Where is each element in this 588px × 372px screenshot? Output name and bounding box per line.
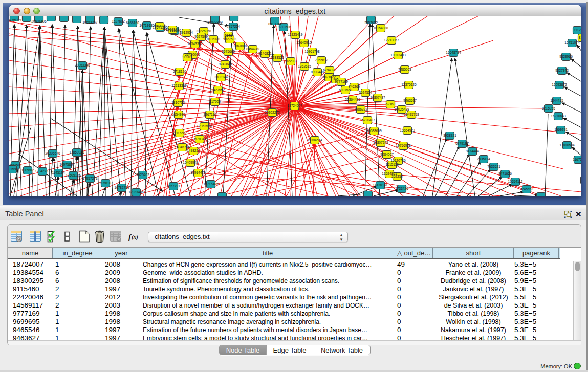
svg-text:15046786: 15046786 bbox=[175, 145, 190, 149]
svg-text:20206576: 20206576 bbox=[45, 151, 60, 155]
svg-text:9777169: 9777169 bbox=[335, 80, 348, 83]
svg-text:16120746: 16120746 bbox=[390, 159, 406, 162]
svg-text:9527509: 9527509 bbox=[194, 35, 208, 38]
svg-text:2935114: 2935114 bbox=[477, 157, 490, 161]
svg-text:9474444: 9474444 bbox=[466, 149, 479, 153]
svg-text:17859928: 17859928 bbox=[69, 150, 84, 154]
svg-text:9084067: 9084067 bbox=[380, 152, 394, 156]
svg-text:10975857: 10975857 bbox=[59, 163, 75, 166]
svg-text:2803144: 2803144 bbox=[214, 75, 228, 79]
svg-text:7625402: 7625402 bbox=[136, 173, 149, 177]
svg-text:7857234: 7857234 bbox=[227, 25, 240, 28]
svg-text:8186328: 8186328 bbox=[207, 37, 220, 41]
svg-text:16154838: 16154838 bbox=[373, 26, 388, 30]
svg-text:8322037: 8322037 bbox=[284, 59, 297, 63]
svg-text:15716485: 15716485 bbox=[203, 182, 219, 186]
svg-text:19384554: 19384554 bbox=[307, 138, 322, 142]
svg-text:7663822: 7663822 bbox=[153, 24, 166, 28]
svg-text:9245652: 9245652 bbox=[520, 187, 533, 191]
svg-text:16782759: 16782759 bbox=[114, 186, 129, 189]
svg-text:98901: 98901 bbox=[183, 55, 192, 59]
svg-text:19218506: 19218506 bbox=[276, 25, 291, 29]
svg-text:16033809: 16033809 bbox=[207, 20, 223, 24]
svg-text:3553501: 3553501 bbox=[9, 163, 22, 167]
svg-text:10688609: 10688609 bbox=[366, 129, 382, 133]
svg-text:(x): (x) bbox=[132, 234, 138, 240]
svg-text:6466160: 6466160 bbox=[126, 21, 139, 25]
svg-text:1733426: 1733426 bbox=[395, 187, 408, 190]
svg-text:9242848: 9242848 bbox=[219, 62, 232, 66]
svg-text:13654923: 13654923 bbox=[400, 128, 415, 132]
svg-text:11325419: 11325419 bbox=[288, 33, 303, 36]
svg-text:3675665: 3675665 bbox=[222, 50, 235, 53]
svg-text:7986322: 7986322 bbox=[354, 107, 367, 111]
svg-text:116753: 116753 bbox=[573, 158, 581, 161]
svg-text:1115682: 1115682 bbox=[21, 168, 34, 172]
svg-text:16543382: 16543382 bbox=[187, 42, 203, 46]
svg-text:1388520: 1388520 bbox=[271, 56, 284, 59]
svg-text:12505135: 12505135 bbox=[66, 173, 81, 177]
svg-text:1615112: 1615112 bbox=[385, 163, 399, 166]
svg-text:19116682: 19116682 bbox=[172, 131, 187, 135]
svg-text:3624554: 3624554 bbox=[359, 91, 372, 94]
svg-text:25302273: 25302273 bbox=[265, 111, 280, 114]
svg-text:8215955: 8215955 bbox=[542, 106, 555, 110]
svg-text:20053346: 20053346 bbox=[75, 63, 90, 67]
svg-text:16648784: 16648784 bbox=[446, 51, 461, 54]
svg-text:15720407: 15720407 bbox=[360, 118, 375, 122]
svg-text:8180: 8180 bbox=[579, 36, 581, 39]
svg-text:15751074: 15751074 bbox=[564, 41, 580, 45]
svg-text:10958107: 10958107 bbox=[98, 181, 113, 185]
svg-text:8471626: 8471626 bbox=[498, 172, 512, 176]
svg-text:18724007: 18724007 bbox=[287, 104, 302, 107]
svg-text:10025438: 10025438 bbox=[394, 107, 409, 111]
svg-text:9427552: 9427552 bbox=[211, 88, 225, 92]
svg-text:1527602: 1527602 bbox=[112, 19, 125, 23]
svg-text:12093872: 12093872 bbox=[552, 83, 567, 86]
svg-text:2887682: 2887682 bbox=[364, 21, 378, 25]
svg-text:10973493: 10973493 bbox=[390, 53, 406, 57]
svg-text:8960123: 8960123 bbox=[166, 28, 179, 31]
svg-text:317006: 317006 bbox=[209, 100, 221, 103]
svg-text:14136141: 14136141 bbox=[373, 183, 388, 187]
svg-text:12353594: 12353594 bbox=[197, 124, 212, 128]
svg-text:15495758: 15495758 bbox=[404, 113, 419, 116]
svg-text:1145194: 1145194 bbox=[52, 171, 65, 174]
svg-text:12342737: 12342737 bbox=[35, 169, 50, 173]
svg-text:23226058: 23226058 bbox=[196, 29, 211, 33]
svg-text:16210643: 16210643 bbox=[551, 114, 566, 118]
svg-text:13640910: 13640910 bbox=[296, 41, 312, 45]
svg-text:62160: 62160 bbox=[386, 102, 396, 106]
svg-text:15409948: 15409948 bbox=[183, 161, 198, 164]
svg-text:9657791: 9657791 bbox=[167, 184, 180, 188]
svg-text:2867608: 2867608 bbox=[233, 44, 247, 48]
svg-text:6897568: 6897568 bbox=[339, 88, 352, 92]
svg-text:1810753: 1810753 bbox=[171, 101, 185, 104]
svg-text:8938921: 8938921 bbox=[443, 134, 456, 137]
svg-text:7485063: 7485063 bbox=[398, 68, 411, 71]
svg-text:10807487: 10807487 bbox=[370, 96, 385, 99]
svg-text:8912954: 8912954 bbox=[180, 31, 193, 34]
svg-text:9329966: 9329966 bbox=[559, 55, 573, 58]
svg-text:20364436: 20364436 bbox=[345, 98, 360, 101]
svg-text:3267110: 3267110 bbox=[203, 113, 216, 116]
svg-text:1546: 1546 bbox=[225, 34, 232, 37]
svg-text:7955812: 7955812 bbox=[315, 58, 328, 62]
svg-text:20691406: 20691406 bbox=[31, 19, 47, 23]
svg-text:10654112: 10654112 bbox=[508, 180, 523, 183]
svg-text:18807249: 18807249 bbox=[373, 141, 388, 144]
svg-text:8990448: 8990448 bbox=[311, 70, 324, 74]
svg-text:12923446: 12923446 bbox=[128, 190, 144, 194]
svg-text:1244415: 1244415 bbox=[550, 99, 563, 102]
svg-text:1569291: 1569291 bbox=[554, 128, 568, 132]
svg-text:14055721: 14055721 bbox=[9, 18, 22, 22]
svg-text:7632621: 7632621 bbox=[487, 165, 500, 168]
svg-text:19756928: 19756928 bbox=[396, 144, 411, 147]
svg-text:6794028: 6794028 bbox=[323, 68, 336, 72]
svg-text:1362615: 1362615 bbox=[298, 64, 311, 68]
svg-text:10653267: 10653267 bbox=[82, 20, 98, 24]
svg-text:9227343: 9227343 bbox=[555, 69, 569, 72]
svg-text:17010504: 17010504 bbox=[559, 143, 575, 147]
svg-text:17957273: 17957273 bbox=[82, 177, 98, 180]
svg-text:8454749: 8454749 bbox=[246, 47, 259, 51]
